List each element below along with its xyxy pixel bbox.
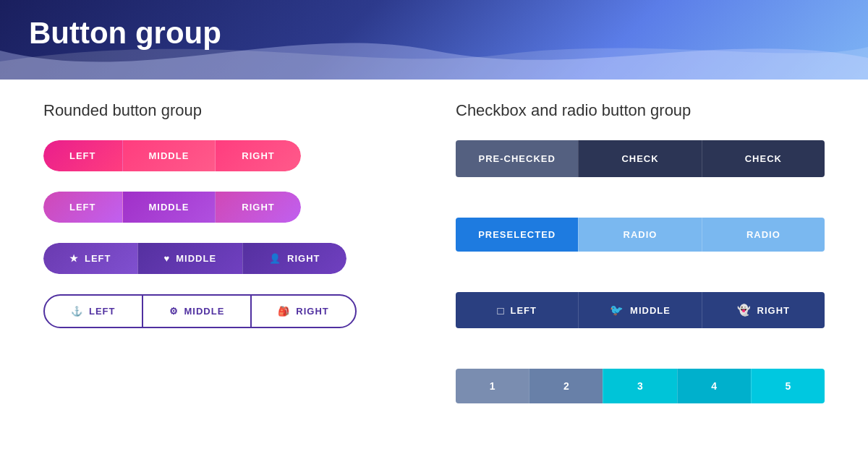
outline-right[interactable]: 🎒 RIGHT bbox=[252, 296, 354, 327]
radio-btn-1[interactable]: RADIO bbox=[578, 218, 701, 252]
button-group-pill-red: LEFT MIDDLE RIGHT bbox=[43, 140, 412, 171]
radio-btn-2[interactable]: RADIO bbox=[702, 218, 825, 252]
button-group-radio: PRESELECTED RADIO RADIO bbox=[456, 218, 825, 272]
social-middle[interactable]: 🐦 MIDDLE bbox=[578, 292, 701, 328]
pill-red-group: LEFT MIDDLE RIGHT bbox=[43, 140, 301, 171]
outline-group: ⚓ LEFT ⚙ MIDDLE 🎒 RIGHT bbox=[43, 294, 357, 328]
social-group: □ LEFT 🐦 MIDDLE 👻 RIGHT bbox=[456, 292, 825, 328]
pill-red-left[interactable]: LEFT bbox=[43, 140, 123, 171]
number-btn-4[interactable]: 4 bbox=[677, 369, 751, 403]
checkbox-check-2[interactable]: CHECK bbox=[702, 140, 825, 177]
outline-middle[interactable]: ⚙ MIDDLE bbox=[143, 296, 252, 327]
pill-purple-middle[interactable]: MIDDLE bbox=[123, 192, 216, 223]
right-section-title: Checkbox and radio button group bbox=[456, 101, 825, 120]
user-icon: 👤 bbox=[269, 253, 281, 264]
number-btn-3[interactable]: 3 bbox=[603, 369, 676, 403]
social-right[interactable]: 👻 RIGHT bbox=[702, 292, 825, 328]
left-section: Rounded button group LEFT MIDDLE RIGHT L… bbox=[43, 101, 412, 424]
radio-preselected[interactable]: PRESELECTED bbox=[456, 218, 578, 252]
pill-purple-right[interactable]: RIGHT bbox=[216, 192, 300, 223]
snapchat-icon: 👻 bbox=[737, 304, 752, 317]
outline-left[interactable]: ⚓ LEFT bbox=[45, 296, 143, 327]
number-btn-2[interactable]: 2 bbox=[529, 369, 603, 403]
icon-dark-group: ★ LEFT ♥ MIDDLE 👤 RIGHT bbox=[43, 243, 346, 274]
button-group-pill-purple: LEFT MIDDLE RIGHT bbox=[43, 192, 412, 223]
button-group-checkbox: PRE-CHECKED CHECK CHECK bbox=[456, 140, 825, 197]
pill-purple-left[interactable]: LEFT bbox=[43, 192, 123, 223]
number-btn-5[interactable]: 5 bbox=[751, 369, 825, 403]
header: Button group bbox=[0, 0, 868, 80]
button-group-icon-dark: ★ LEFT ♥ MIDDLE 👤 RIGHT bbox=[43, 243, 412, 274]
anchor-icon: ⚓ bbox=[71, 306, 83, 317]
twitter-icon: 🐦 bbox=[610, 304, 624, 317]
social-left[interactable]: □ LEFT bbox=[456, 292, 578, 328]
star-icon: ★ bbox=[69, 253, 79, 264]
button-group-outline: ⚓ LEFT ⚙ MIDDLE 🎒 RIGHT bbox=[43, 294, 412, 328]
heart-icon: ♥ bbox=[164, 253, 171, 264]
number-btn-1[interactable]: 1 bbox=[456, 369, 529, 403]
checkbox-dark-group: PRE-CHECKED CHECK CHECK bbox=[456, 140, 825, 177]
radio-blue-group: PRESELECTED RADIO RADIO bbox=[456, 218, 825, 252]
numbers-group: 1 2 3 4 5 bbox=[456, 369, 825, 403]
button-group-numbers: 1 2 3 4 5 bbox=[456, 369, 825, 403]
icon-dark-right[interactable]: 👤 RIGHT bbox=[243, 243, 346, 274]
main-content: Rounded button group LEFT MIDDLE RIGHT L… bbox=[0, 80, 868, 445]
pill-red-right[interactable]: RIGHT bbox=[216, 140, 300, 171]
icon-dark-left[interactable]: ★ LEFT bbox=[43, 243, 138, 274]
pill-red-middle[interactable]: MIDDLE bbox=[123, 140, 216, 171]
left-section-title: Rounded button group bbox=[43, 101, 412, 120]
icon-dark-middle[interactable]: ♥ MIDDLE bbox=[138, 243, 244, 274]
gear-icon: ⚙ bbox=[169, 306, 179, 317]
button-group-social: □ LEFT 🐦 MIDDLE 👻 RIGHT bbox=[456, 292, 825, 348]
checkbox-pre-checked[interactable]: PRE-CHECKED bbox=[456, 140, 578, 177]
bag-icon: 🎒 bbox=[278, 306, 290, 317]
checkbox-check-1[interactable]: CHECK bbox=[578, 140, 701, 177]
right-section: Checkbox and radio button group PRE-CHEC… bbox=[456, 101, 825, 424]
instagram-icon: □ bbox=[497, 304, 504, 317]
pill-purple-group: LEFT MIDDLE RIGHT bbox=[43, 192, 301, 223]
page-title: Button group bbox=[29, 16, 221, 51]
